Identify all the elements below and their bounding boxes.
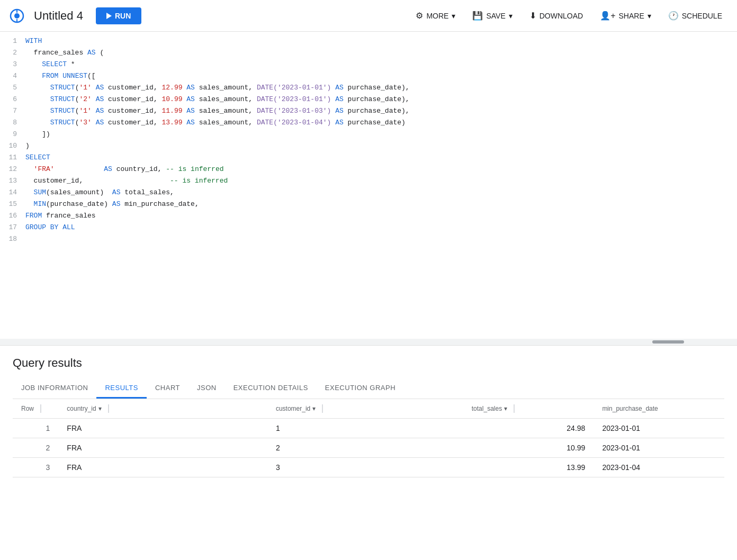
code-line-5: 5 STRUCT('1' AS customer_id, 12.99 AS sa… [0,83,737,94]
cell-row-num: 3 [13,458,58,477]
save-button[interactable]: 💾 SAVE ▾ [466,6,518,25]
col-header-min-purchase-date: min_purchase_date [594,399,724,419]
share-button[interactable]: 👤+ SHARE ▾ [594,6,658,25]
schedule-label: SCHEDULE [682,12,722,20]
cell-min-purchase-date: 2023-01-01 [594,438,724,458]
cell-country-id: FRA [58,438,267,458]
header: Untitled 4 RUN ⚙ MORE ▾ 💾 SAVE ▾ ⬇ DOWNL… [0,0,737,32]
col-header-total-sales: total_sales ▾ [463,399,594,419]
svg-point-1 [14,13,20,19]
table-row: 1 FRA 1 24.98 2023-01-01 [13,419,724,438]
table-row: 3 FRA 3 13.99 2023-01-04 [13,458,724,477]
table-body: 1 FRA 1 24.98 2023-01-01 2 FRA 2 10.99 2… [13,419,724,477]
cell-country-id: FRA [58,458,267,477]
code-line-3: 3 SELECT * [0,59,737,71]
code-line-14: 14 SUM(sales_amount) AS total_sales, [0,187,737,199]
col-header-row: Row [13,399,58,419]
schedule-button[interactable]: 🕐 SCHEDULE [662,6,729,25]
more-label: MORE [426,12,448,20]
code-content[interactable]: 1 WITH 2 france_sales AS ( 3 SELECT * 4 … [0,32,737,339]
code-line-13: 13 customer_id, -- is inferred [0,176,737,187]
table-row: 2 FRA 2 10.99 2023-01-01 [13,438,724,458]
code-editor[interactable]: 1 WITH 2 france_sales AS ( 3 SELECT * 4 … [0,32,737,346]
code-line-8: 8 STRUCT('3' AS customer_id, 13.99 AS sa… [0,118,737,129]
tab-execution-graph[interactable]: EXECUTION GRAPH [317,378,404,399]
results-table-wrapper: Row country_id ▾ customer_id [13,399,724,477]
code-line-10: 10 ) [0,141,737,152]
results-section: Query results JOB INFORMATION RESULTS CH… [0,346,737,477]
more-chevron-icon: ▾ [452,12,455,20]
code-line-6: 6 STRUCT('2' AS customer_id, 10.99 AS sa… [0,94,737,106]
sort-icon-customer[interactable]: ▾ [312,405,316,412]
col-header-customer-id: customer_id ▾ [267,399,463,419]
col-header-country-id: country_id ▾ [58,399,267,419]
cell-total-sales: 13.99 [463,458,594,477]
cell-row-num: 2 [13,438,58,458]
code-line-12: 12 'FRA' AS country_id, -- is inferred [0,164,737,176]
cell-min-purchase-date: 2023-01-01 [594,419,724,438]
results-title: Query results [13,356,724,370]
save-chevron-icon: ▾ [509,12,513,20]
more-button[interactable]: ⚙ MORE ▾ [409,6,462,25]
code-line-15: 15 MIN(purchase_date) AS min_purchase_da… [0,199,737,211]
tab-json[interactable]: JSON [188,378,225,399]
code-line-18: 18 [0,234,737,246]
cell-min-purchase-date: 2023-01-04 [594,458,724,477]
page-title: Untitled 4 [34,9,83,23]
sort-icon-total-sales[interactable]: ▾ [504,405,507,412]
share-label: SHARE [619,12,644,20]
results-tabs: JOB INFORMATION RESULTS CHART JSON EXECU… [13,378,724,399]
tab-results[interactable]: RESULTS [96,378,147,399]
code-line-7: 7 STRUCT('1' AS customer_id, 11.99 AS sa… [0,106,737,118]
cell-total-sales: 10.99 [463,438,594,458]
download-button[interactable]: ⬇ DOWNLOAD [523,6,589,25]
results-table: Row country_id ▾ customer_id [13,399,724,477]
save-icon: 💾 [472,11,483,21]
sort-icon-country[interactable]: ▾ [98,405,102,412]
cell-customer-id: 2 [267,438,463,458]
resize-handle-customer[interactable] [322,404,323,413]
resize-handle-total[interactable] [514,404,515,413]
tab-execution-details[interactable]: EXECUTION DETAILS [225,378,317,399]
cell-row-num: 1 [13,419,58,438]
play-icon [106,13,112,19]
save-label: SAVE [486,12,505,20]
resize-handle-country[interactable] [108,404,109,413]
code-line-1: 1 WITH [0,36,737,48]
share-icon: 👤+ [600,11,615,21]
app-logo [8,7,25,24]
tab-job-information[interactable]: JOB INFORMATION [13,378,96,399]
cell-customer-id: 3 [267,458,463,477]
code-line-17: 17 GROUP BY ALL [0,222,737,234]
table-header-row: Row country_id ▾ customer_id [13,399,724,419]
header-actions: ⚙ MORE ▾ 💾 SAVE ▾ ⬇ DOWNLOAD 👤+ SHARE ▾ … [409,6,729,25]
resize-handle-row[interactable] [40,404,41,413]
cell-country-id: FRA [58,419,267,438]
scrollbar-thumb[interactable] [652,340,684,344]
cell-total-sales: 24.98 [463,419,594,438]
code-line-2: 2 france_sales AS ( [0,48,737,59]
code-line-11: 11 SELECT [0,152,737,164]
code-line-9: 9 ]) [0,129,737,141]
code-line-16: 16 FROM france_sales [0,211,737,222]
download-label: DOWNLOAD [540,12,583,20]
cell-customer-id: 1 [267,419,463,438]
code-line-4: 4 FROM UNNEST([ [0,71,737,83]
share-chevron-icon: ▾ [648,12,651,20]
run-label: RUN [115,12,131,20]
tab-chart[interactable]: CHART [147,378,188,399]
run-button[interactable]: RUN [96,7,141,24]
download-icon: ⬇ [529,11,536,21]
gear-icon: ⚙ [416,11,423,21]
editor-scrollbar[interactable] [0,339,737,345]
clock-icon: 🕐 [668,11,679,21]
